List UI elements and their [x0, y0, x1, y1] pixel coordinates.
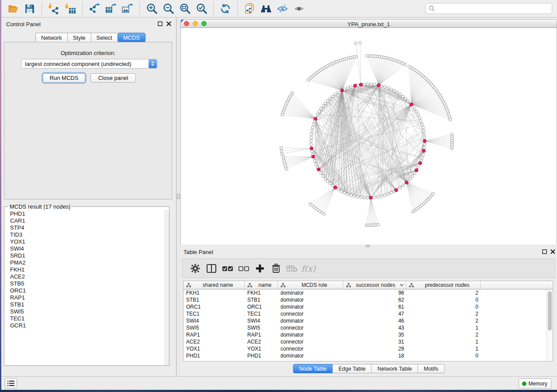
table-row[interactable]: PHD1PHD1dominator180	[183, 352, 553, 359]
zoom-in-button[interactable]	[146, 3, 157, 14]
save-session-button[interactable]	[24, 3, 35, 14]
column-type-icon	[346, 283, 351, 288]
memory-button[interactable]: Memory	[519, 378, 551, 389]
task-history-button[interactable]	[5, 378, 17, 389]
cell: ORC1	[245, 303, 278, 310]
mcds-result-scrollbar[interactable]	[165, 210, 169, 365]
column-header-predecessor-nodes[interactable]: predecessor nodes	[406, 281, 481, 289]
close-panel-icon[interactable]	[550, 249, 555, 254]
open-file-button[interactable]	[7, 3, 19, 14]
unselect-all-columns-button[interactable]	[238, 263, 250, 274]
tab-motifs[interactable]: Motifs	[418, 364, 444, 373]
sort-descending-icon	[400, 284, 404, 286]
clone-network-button[interactable]	[244, 3, 255, 14]
cell: 1	[406, 345, 481, 352]
mcds-result-title: MCDS result (17 nodes)	[8, 203, 72, 210]
table-panel: Table Panel f(x) shared namenameMCDS rol…	[180, 248, 557, 376]
vertical-splitter[interactable]	[176, 17, 180, 376]
table-row[interactable]: ACE2ACE2connector311	[183, 338, 553, 345]
tab-select[interactable]: Select	[91, 33, 118, 42]
cell-filler	[481, 310, 553, 317]
column-header-MCDS-role[interactable]: MCDS role	[278, 281, 343, 289]
mcds-result-item[interactable]: SWI4	[10, 245, 169, 252]
splitter-grip[interactable]	[177, 194, 180, 199]
table-row[interactable]: YOX1YOX1connector291	[183, 345, 553, 352]
table-scrollbar-thumb[interactable]	[548, 291, 552, 330]
tab-style[interactable]: Style	[67, 33, 91, 42]
mcds-result-item[interactable]: PMA2	[10, 259, 169, 266]
cell: 96	[343, 289, 406, 296]
column-header-shared-name[interactable]: shared name	[183, 281, 245, 289]
cell: 31	[343, 338, 406, 345]
mcds-result-item[interactable]: TID3	[10, 231, 169, 238]
mcds-result-item[interactable]: ORC1	[10, 287, 169, 294]
table-row[interactable]: FKH1FKH1dominator962	[183, 289, 553, 296]
cell: connector	[278, 310, 343, 317]
cell: FKH1	[183, 289, 245, 296]
cell: PHD1	[183, 352, 245, 359]
float-panel-icon[interactable]	[542, 249, 547, 254]
show-columns-button[interactable]	[205, 263, 218, 274]
delete-column-button[interactable]	[270, 263, 282, 274]
splitter-grip[interactable]	[366, 245, 370, 247]
optimization-criterion-select[interactable]: largest connected component (undirected)	[21, 59, 158, 69]
mcds-result-item[interactable]: STP4	[10, 224, 169, 231]
table-row[interactable]: ORC1ORC1dominator610	[183, 303, 553, 310]
import-network-button[interactable]	[48, 3, 59, 14]
cell: 18	[343, 352, 406, 359]
tab-network-table[interactable]: Network Table	[372, 364, 418, 373]
mcds-result-item[interactable]: FKH1	[10, 266, 169, 273]
import-table-button[interactable]	[65, 3, 76, 14]
toolbar-separator	[42, 3, 42, 15]
search-icon	[429, 5, 435, 12]
mcds-result-item[interactable]: CAR1	[10, 217, 169, 224]
search-box[interactable]	[426, 3, 552, 14]
mcds-result-item[interactable]: STB5	[10, 280, 169, 287]
table-row[interactable]: TEC1TEC1connector472	[183, 310, 553, 317]
table-scrollbar[interactable]	[547, 289, 553, 361]
tab-edge-table[interactable]: Edge Table	[333, 364, 372, 373]
main-toolbar	[1, 0, 557, 17]
tab-mcds[interactable]: MCDS	[118, 33, 145, 42]
table-row[interactable]: RAP1RAP1dominator352	[183, 331, 553, 338]
function-builder-button[interactable]: f(x)	[302, 263, 315, 274]
mcds-result-item[interactable]: GCR1	[10, 322, 169, 329]
zoom-out-button[interactable]	[163, 3, 174, 14]
mcds-result-item[interactable]: STB1	[10, 301, 169, 308]
close-panel-button[interactable]: Close panel	[90, 73, 136, 83]
table-row[interactable]: STB1STB1dominator620	[183, 296, 553, 303]
horizontal-splitter[interactable]	[180, 244, 557, 248]
mcds-result-item[interactable]: YOX1	[10, 238, 169, 245]
tab-node-table[interactable]: Node Table	[293, 364, 333, 373]
export-image-button[interactable]	[122, 3, 133, 14]
zoom-fit-button[interactable]	[179, 3, 190, 14]
delete-table-button[interactable]	[286, 263, 298, 274]
network-graph-canvas[interactable]	[181, 28, 557, 244]
float-panel-icon[interactable]	[158, 21, 163, 26]
column-header-successor-nodes[interactable]: successor nodes	[343, 281, 406, 289]
table-row[interactable]: SWI5SWI5connector431	[183, 324, 553, 331]
table-settings-button[interactable]	[189, 263, 201, 274]
table-row[interactable]: SWI4SWI4dominator462	[183, 317, 553, 324]
find-button[interactable]	[260, 3, 272, 14]
mcds-result-item[interactable]: SWI5	[10, 308, 169, 315]
mcds-result-item[interactable]: RAP1	[10, 294, 169, 301]
tab-network[interactable]: Network	[35, 33, 67, 42]
create-column-button[interactable]	[254, 263, 266, 274]
apply-layout-button[interactable]	[220, 3, 231, 14]
export-table-button[interactable]	[105, 3, 117, 14]
show-details-button[interactable]	[294, 3, 305, 14]
mcds-result-item[interactable]: SRD1	[10, 252, 169, 259]
column-header-name[interactable]: name	[245, 281, 278, 289]
select-all-columns-button[interactable]	[221, 263, 234, 274]
hide-details-button[interactable]	[277, 3, 288, 14]
run-mcds-button[interactable]: Run MCDS	[43, 73, 85, 83]
mcds-result-item[interactable]: PHD1	[10, 210, 169, 217]
mcds-tab-panel: Optimization criterion: largest connecte…	[4, 42, 172, 199]
export-network-button[interactable]	[89, 3, 100, 14]
search-input[interactable]	[435, 6, 552, 12]
close-panel-icon[interactable]	[166, 21, 171, 26]
mcds-result-item[interactable]: ACE2	[10, 273, 169, 280]
zoom-selected-button[interactable]	[196, 3, 207, 14]
mcds-result-item[interactable]: TEC1	[10, 315, 169, 322]
